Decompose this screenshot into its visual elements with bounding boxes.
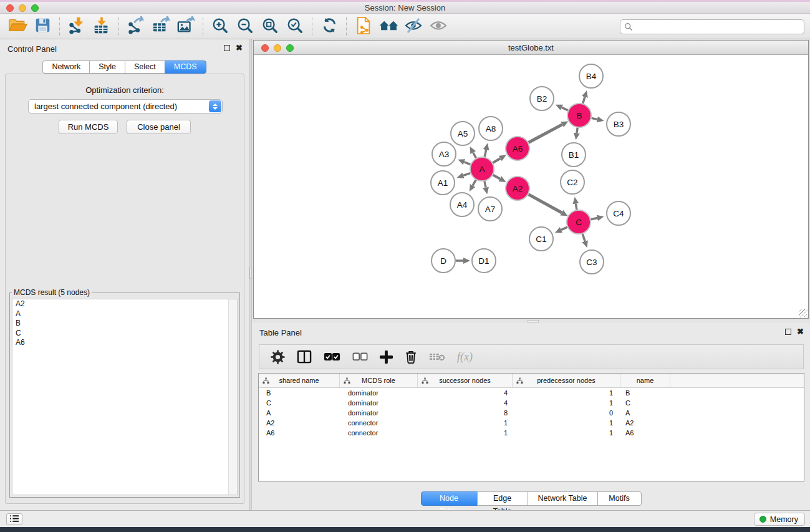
graph-edge-A-A1[interactable] bbox=[463, 173, 470, 176]
column-header-shared-name[interactable]: shared name bbox=[259, 374, 340, 387]
table-row[interactable]: A6connector11A6 bbox=[259, 428, 804, 438]
graph-node-B[interactable]: B bbox=[567, 104, 591, 127]
tab-network[interactable]: Network bbox=[42, 60, 90, 74]
table-row[interactable]: A2connector11A2 bbox=[259, 418, 804, 428]
graph-node-A8[interactable]: A8 bbox=[479, 117, 503, 140]
graph-node-B3[interactable]: B3 bbox=[607, 112, 630, 136]
table-cell[interactable]: 4 bbox=[418, 388, 513, 398]
mcds-result-item[interactable]: A bbox=[12, 309, 237, 319]
table-cell[interactable]: 1 bbox=[513, 388, 620, 398]
network-canvas[interactable]: B4B2BB3A8A5A6A3B1AA1C2A2A4A7C4CC1C3DD1 bbox=[254, 55, 808, 318]
table-row[interactable]: Adominator80A bbox=[259, 408, 804, 418]
table-cell[interactable]: 1 bbox=[513, 418, 620, 428]
graph-edge-A-A7[interactable] bbox=[485, 181, 486, 188]
divider-grip[interactable] bbox=[528, 320, 539, 322]
mcds-result-item[interactable]: C bbox=[12, 329, 237, 339]
table-cell[interactable]: B bbox=[620, 388, 670, 398]
table-cell[interactable]: 1 bbox=[418, 418, 513, 428]
graph-edge-A-A6[interactable] bbox=[493, 158, 500, 163]
tab-network-table[interactable]: Network Table bbox=[528, 491, 598, 506]
graph-edge-A-A3[interactable] bbox=[465, 162, 471, 165]
graph-edge-C-C3[interactable] bbox=[582, 234, 585, 241]
hide-selected-button[interactable] bbox=[401, 17, 426, 37]
minimize-window-button[interactable] bbox=[19, 4, 26, 12]
table-cell[interactable]: 1 bbox=[418, 428, 513, 438]
deselect-all-icon[interactable] bbox=[352, 352, 368, 361]
table-cell[interactable]: A6 bbox=[259, 428, 340, 438]
graph-edge-A2-C[interactable] bbox=[529, 195, 562, 213]
first-neighbors-button[interactable] bbox=[376, 17, 401, 37]
table-cell[interactable]: dominator bbox=[340, 408, 418, 418]
graph-edge-A-A4[interactable] bbox=[473, 180, 476, 185]
graph-edge-A-A2[interactable] bbox=[493, 175, 500, 179]
table-cell[interactable]: 1 bbox=[513, 428, 620, 438]
graph-edge-A6-B[interactable] bbox=[529, 125, 562, 143]
table-settings-gear-icon[interactable] bbox=[271, 350, 285, 364]
zoom-window-button[interactable] bbox=[31, 4, 39, 12]
network-minimize-button[interactable] bbox=[274, 44, 281, 52]
graph-edge-B-B2[interactable] bbox=[562, 107, 568, 110]
graph-node-D[interactable]: D bbox=[432, 249, 455, 273]
zoom-in-button[interactable] bbox=[208, 17, 233, 37]
close-panel-icon[interactable]: ✖ bbox=[797, 328, 804, 335]
export-network-button[interactable] bbox=[123, 17, 148, 37]
table-cell[interactable]: connector bbox=[340, 428, 418, 438]
table-cell[interactable]: A bbox=[259, 408, 340, 418]
result-scrollbar[interactable] bbox=[228, 299, 237, 495]
tab-edge-table[interactable]: Edge Table bbox=[477, 491, 528, 506]
graph-node-A6[interactable]: A6 bbox=[506, 137, 529, 160]
close-window-button[interactable] bbox=[6, 4, 14, 12]
table-cell[interactable]: connector bbox=[340, 418, 418, 428]
table-cell[interactable]: 8 bbox=[418, 408, 513, 418]
graph-node-A3[interactable]: A3 bbox=[432, 142, 456, 166]
graph-node-B1[interactable]: B1 bbox=[562, 143, 586, 167]
graph-node-C[interactable]: C bbox=[567, 210, 591, 234]
graph-edge-A-A8[interactable] bbox=[485, 150, 486, 157]
table-cell[interactable]: A2 bbox=[259, 418, 340, 428]
graph-edge-B-B1[interactable] bbox=[577, 128, 577, 133]
tab-style[interactable]: Style bbox=[89, 60, 125, 74]
export-image-button[interactable] bbox=[173, 17, 198, 37]
graph-node-A[interactable]: A bbox=[470, 157, 494, 181]
graph-edge-B-B4[interactable] bbox=[583, 97, 585, 104]
run-mcds-button[interactable]: Run MCDS bbox=[59, 120, 118, 134]
tab-mcds[interactable]: MCDS bbox=[165, 60, 206, 74]
column-header-MCDS-role[interactable]: MCDS role bbox=[340, 374, 418, 387]
graph-node-A1[interactable]: A1 bbox=[431, 171, 455, 195]
graph-node-B2[interactable]: B2 bbox=[530, 87, 554, 110]
tab-select[interactable]: Select bbox=[125, 60, 165, 74]
graph-node-B4[interactable]: B4 bbox=[579, 64, 603, 88]
network-close-button[interactable] bbox=[261, 44, 269, 52]
graph-node-A7[interactable]: A7 bbox=[478, 197, 502, 221]
graph-node-A5[interactable]: A5 bbox=[451, 122, 475, 145]
table-cell[interactable]: B bbox=[259, 388, 340, 398]
show-columns-icon[interactable] bbox=[297, 350, 312, 364]
select-all-icon[interactable] bbox=[324, 352, 340, 362]
table-cell[interactable]: C bbox=[620, 398, 670, 408]
graph-node-C2[interactable]: C2 bbox=[561, 170, 584, 194]
graph-node-C4[interactable]: C4 bbox=[607, 201, 630, 225]
table-cell[interactable]: 1 bbox=[513, 398, 620, 408]
mcds-result-item[interactable]: B bbox=[12, 319, 237, 329]
criterion-dropdown[interactable]: largest connected component (directed) bbox=[28, 99, 223, 114]
tab-node-table[interactable]: Node Table bbox=[421, 491, 478, 506]
column-header-name[interactable]: name bbox=[620, 374, 670, 387]
graph-edge-C-C2[interactable] bbox=[576, 204, 577, 210]
table-cell[interactable]: A2 bbox=[620, 418, 670, 428]
table-cell[interactable]: A6 bbox=[620, 428, 670, 438]
table-row[interactable]: Cdominator41C bbox=[259, 398, 804, 408]
new-network-from-selection-button[interactable] bbox=[351, 17, 376, 37]
table-cell[interactable]: 0 bbox=[513, 408, 620, 418]
search-input[interactable] bbox=[620, 19, 804, 34]
close-panel-button[interactable]: Close panel bbox=[127, 120, 191, 134]
show-all-button[interactable] bbox=[426, 17, 451, 37]
mcds-result-item[interactable]: A6 bbox=[12, 338, 237, 348]
network-zoom-button[interactable] bbox=[286, 44, 294, 52]
graph-edge-B-B3[interactable] bbox=[592, 118, 597, 119]
delete-column-trash-icon[interactable] bbox=[405, 350, 417, 364]
float-panel-icon[interactable] bbox=[224, 45, 230, 51]
zoom-selected-button[interactable] bbox=[282, 17, 307, 37]
graph-edge-C-C1[interactable] bbox=[561, 227, 567, 230]
tab-motifs[interactable]: Motifs bbox=[597, 491, 642, 506]
zoom-fit-button[interactable] bbox=[258, 17, 282, 37]
